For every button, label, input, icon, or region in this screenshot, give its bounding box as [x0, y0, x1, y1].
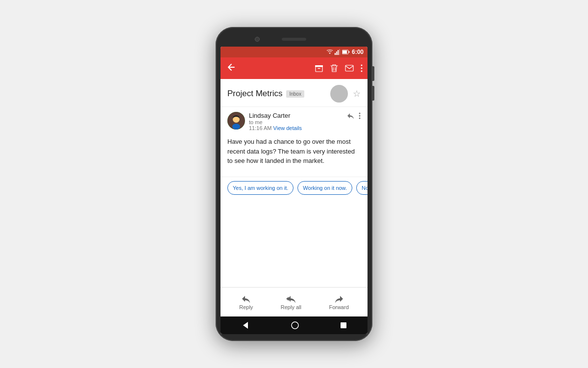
battery-icon [342, 50, 350, 54]
wifi-icon [326, 49, 333, 55]
nav-home-icon[interactable] [291, 321, 299, 330]
svg-point-22 [292, 322, 298, 329]
email-header: Project Metrics Inbox ☆ [220, 79, 368, 107]
status-icons [326, 49, 350, 55]
email-content: Lindsay Carter to me 11:16 AM View detai… [220, 107, 368, 287]
speaker [282, 38, 306, 41]
reply-action[interactable]: Reply [239, 294, 253, 310]
email-subject: Project Metrics [227, 89, 282, 99]
phone-device: 6:00 [216, 27, 372, 341]
svg-point-14 [361, 71, 363, 72]
more-icon[interactable] [361, 64, 363, 72]
reply-all-label: Reply all [281, 304, 301, 310]
inbox-badge: Inbox [286, 90, 304, 98]
email-message: Lindsay Carter to me 11:16 AM View detai… [220, 107, 368, 177]
reply-action-icon [241, 294, 251, 303]
forward-action-icon [334, 294, 344, 303]
view-details-link[interactable]: View details [273, 125, 302, 131]
smart-replies: Yes, I am working on it. Working on it n… [220, 177, 368, 200]
svg-point-17 [232, 124, 240, 130]
more-icon-small[interactable] [359, 112, 361, 119]
reply-all-action[interactable]: Reply all [281, 294, 301, 310]
sender-row: Lindsay Carter to me 11:16 AM View detai… [227, 112, 361, 131]
sender-time: 11:16 AM View details [249, 125, 343, 131]
status-bar: 6:00 [220, 47, 368, 57]
phone-screen: 6:00 [220, 47, 368, 334]
reply-label: Reply [239, 304, 253, 310]
svg-rect-23 [341, 322, 346, 328]
smart-reply-1[interactable]: Yes, I am working on it. [227, 181, 294, 195]
forward-label: Forward [329, 304, 348, 310]
svg-rect-4 [339, 49, 340, 55]
nav-recent-icon[interactable] [340, 322, 347, 329]
svg-rect-2 [336, 52, 337, 55]
camera-icon [255, 37, 260, 42]
reply-icon-small[interactable] [347, 112, 355, 120]
toolbar-actions [315, 64, 363, 73]
status-time: 6:00 [352, 49, 364, 55]
email-header-right: ☆ [330, 85, 361, 103]
svg-point-13 [361, 68, 363, 69]
svg-point-18 [359, 113, 361, 114]
nav-bar [220, 316, 368, 334]
signal-icon [335, 49, 341, 55]
email-body: Have you had a chance to go over the mos… [227, 135, 361, 172]
svg-point-12 [361, 65, 363, 66]
sender-name: Lindsay Carter [249, 112, 343, 119]
svg-rect-11 [345, 65, 353, 71]
bottom-action-bar: Reply Reply all Forward [220, 287, 368, 316]
delete-icon[interactable] [330, 64, 338, 73]
svg-rect-1 [335, 53, 336, 55]
toolbar [220, 57, 368, 79]
svg-rect-3 [338, 50, 339, 55]
back-button[interactable] [225, 62, 236, 75]
svg-point-20 [359, 118, 361, 119]
svg-rect-6 [343, 51, 347, 53]
sender-info: Lindsay Carter to me 11:16 AM View detai… [249, 112, 343, 131]
archive-icon[interactable] [315, 64, 323, 73]
email-subject-area: Project Metrics Inbox [227, 89, 304, 99]
mail-icon[interactable] [345, 65, 354, 72]
svg-marker-0 [329, 53, 331, 54]
nav-back-icon[interactable] [241, 321, 250, 330]
sender-to: to me [249, 119, 343, 125]
svg-point-19 [359, 115, 361, 117]
volume-button-2 [372, 86, 374, 101]
volume-button [372, 66, 374, 81]
svg-marker-21 [243, 322, 248, 329]
contact-avatar [330, 85, 348, 103]
sender-avatar [227, 112, 245, 130]
sender-actions [347, 112, 361, 120]
forward-action[interactable]: Forward [329, 294, 348, 310]
smart-reply-2[interactable]: Working on it now. [297, 181, 352, 195]
sender-avatar-svg [227, 112, 245, 130]
smart-reply-3[interactable]: No, I have not. [356, 181, 368, 195]
svg-rect-7 [348, 52, 349, 53]
reply-all-action-icon [286, 294, 296, 303]
phone-top-bar [220, 34, 368, 45]
back-arrow-icon [225, 62, 236, 73]
star-icon[interactable]: ☆ [353, 88, 361, 99]
